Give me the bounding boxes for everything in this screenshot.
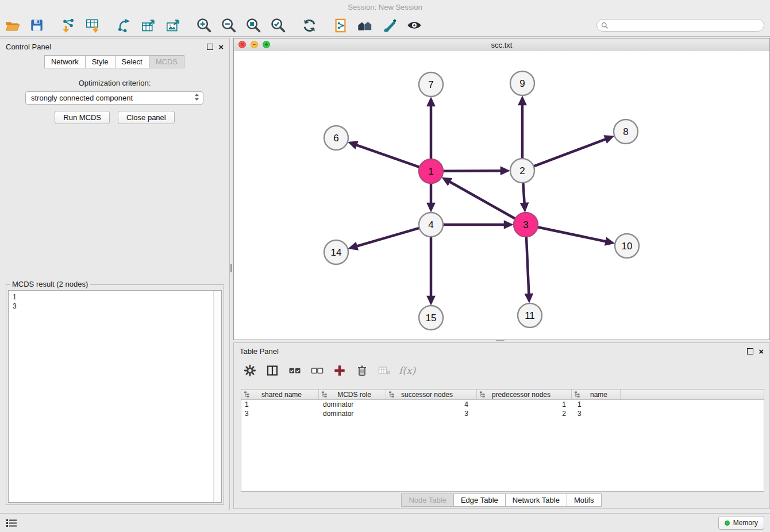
add-column-icon[interactable] [332, 363, 347, 379]
network-edge-1-6[interactable] [351, 143, 419, 167]
zoom-in-icon[interactable] [195, 16, 213, 34]
network-edge-4-14[interactable] [352, 228, 419, 248]
delete-table-icon[interactable] [376, 363, 392, 379]
cell-name[interactable]: 1 [572, 400, 621, 409]
close-panel-button[interactable]: Close panel [118, 111, 175, 124]
header-mcds-role[interactable]: MCDS role [319, 390, 386, 399]
network-edge-2-8[interactable] [534, 137, 611, 166]
tab-network[interactable]: Network [44, 55, 86, 68]
optimization-criterion-dropdown[interactable]: strongly connected component [25, 91, 203, 105]
network-graph-svg[interactable]: 1234678910111415 [234, 51, 769, 340]
import-network-icon[interactable] [59, 16, 76, 34]
header-shared-name[interactable]: shared name [241, 390, 319, 399]
select-all-columns-icon[interactable] [287, 363, 302, 379]
cell-predecessor-nodes[interactable]: 1 [477, 400, 572, 409]
table-settings-icon[interactable] [242, 363, 257, 379]
cell-successor-nodes[interactable]: 3 [386, 409, 477, 418]
import-table-icon[interactable] [84, 16, 101, 34]
result-scrollbar-track[interactable] [213, 291, 221, 502]
network-node-11[interactable]: 11 [518, 303, 542, 327]
network-overview-icon[interactable] [356, 16, 374, 34]
table-panel-header: Table Panel × [234, 343, 769, 359]
network-edge-2-3[interactable] [523, 183, 525, 209]
close-window-button[interactable]: × [238, 41, 246, 48]
zoom-selected-icon[interactable] [270, 16, 287, 34]
search-input[interactable] [611, 21, 760, 30]
export-network-icon[interactable] [115, 16, 132, 34]
zoom-window-button[interactable]: + [263, 41, 270, 48]
network-node-8[interactable]: 8 [614, 119, 638, 144]
save-session-icon[interactable] [28, 16, 45, 34]
header-successor-nodes[interactable]: successor nodes [386, 390, 477, 399]
zoom-fit-icon[interactable] [245, 16, 262, 34]
refresh-view-icon[interactable] [301, 16, 318, 34]
node-label: 6 [333, 133, 338, 144]
tab-edge-table[interactable]: Edge Table [453, 494, 506, 507]
header-predecessor-nodes[interactable]: predecessor nodes [477, 390, 572, 399]
split-view-icon[interactable] [264, 363, 280, 379]
cell-mcds-role[interactable]: dominator [319, 409, 386, 418]
network-node-4[interactable]: 4 [419, 213, 443, 237]
table-panel-title: Table Panel [240, 347, 279, 356]
tab-network-table[interactable]: Network Table [505, 494, 567, 507]
cell-mcds-role[interactable]: dominator [319, 400, 386, 409]
node-label: 1 [428, 166, 433, 177]
network-canvas[interactable]: 1234678910111415 [234, 51, 769, 340]
network-node-9[interactable]: 9 [510, 71, 534, 95]
close-panel-icon[interactable]: × [218, 43, 224, 51]
close-table-panel-icon[interactable]: × [759, 347, 764, 356]
network-node-6[interactable]: 6 [324, 126, 348, 150]
table-panel: Table Panel × [233, 342, 770, 509]
cell-name[interactable]: 3 [572, 409, 621, 418]
mcds-result-title: MCDS result (2 nodes) [10, 280, 90, 288]
table-row[interactable]: 1 dominator 4 1 1 [241, 400, 764, 409]
network-node-2[interactable]: 2 [510, 159, 534, 183]
network-edge-3-11[interactable] [526, 237, 529, 299]
delete-column-icon[interactable] [354, 363, 369, 379]
tab-mcds[interactable]: MCDS [149, 55, 184, 68]
mcds-result-list[interactable]: 1 3 [8, 290, 222, 503]
copy-view-icon[interactable] [332, 16, 349, 34]
cell-predecessor-nodes[interactable]: 2 [477, 409, 572, 418]
network-node-14[interactable]: 14 [324, 240, 348, 264]
command-panel-icon[interactable] [6, 518, 17, 527]
deselect-all-columns-icon[interactable] [309, 363, 325, 379]
run-mcds-button[interactable]: Run MCDS [55, 111, 110, 124]
tab-select[interactable]: Select [115, 55, 149, 68]
network-node-7[interactable]: 7 [419, 72, 443, 97]
float-table-panel-icon[interactable] [747, 348, 753, 354]
float-panel-icon[interactable] [207, 44, 213, 50]
network-node-1[interactable]: 1 [419, 159, 443, 183]
function-builder-icon[interactable]: f(x) [399, 365, 415, 376]
export-image-icon[interactable] [164, 16, 182, 34]
tab-node-table[interactable]: Node Table [401, 494, 454, 507]
network-edge-3-10[interactable] [538, 228, 611, 243]
cell-shared-name[interactable]: 1 [241, 400, 319, 409]
export-table-icon[interactable] [140, 16, 157, 34]
show-hide-graphics-icon[interactable] [406, 16, 423, 34]
node-table: shared name MCDS role successor nodes pr… [241, 389, 764, 492]
minimize-window-button[interactable]: − [251, 41, 258, 48]
apply-style-icon[interactable] [381, 16, 398, 34]
header-name[interactable]: name [572, 390, 621, 399]
table-row[interactable]: 3 dominator 3 2 3 [241, 409, 764, 418]
node-label: 10 [622, 241, 633, 252]
node-label: 15 [426, 313, 437, 323]
network-node-15[interactable]: 15 [419, 306, 443, 330]
cell-shared-name[interactable]: 3 [241, 409, 319, 418]
open-session-icon[interactable] [3, 16, 21, 34]
network-node-10[interactable]: 10 [615, 234, 639, 258]
network-window-titlebar[interactable]: × − + scc.txt [234, 38, 769, 52]
tab-motifs[interactable]: Motifs [567, 494, 602, 507]
control-panel-title: Control Panel [6, 43, 51, 51]
network-edge-3-1[interactable] [445, 179, 514, 218]
network-node-3[interactable]: 3 [514, 213, 538, 237]
tab-style[interactable]: Style [85, 55, 116, 68]
search-field[interactable] [596, 19, 764, 32]
vertical-splitter-handle[interactable] [230, 264, 232, 272]
zoom-out-icon[interactable] [220, 16, 237, 34]
cell-successor-nodes[interactable]: 4 [386, 400, 477, 409]
network-edge-1-2[interactable] [444, 171, 506, 171]
memory-button[interactable]: Memory [718, 516, 764, 530]
optimization-criterion-label: Optimization criterion: [0, 79, 229, 87]
